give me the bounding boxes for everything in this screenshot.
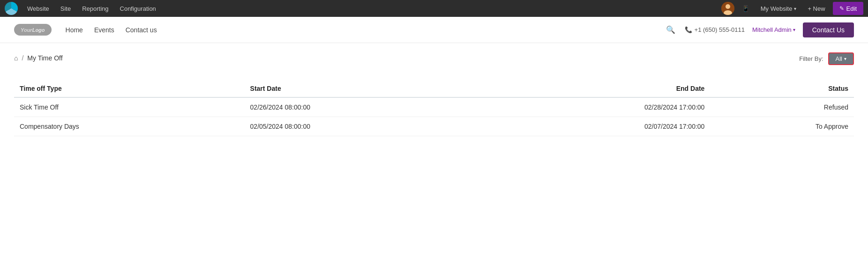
table-row: Compensatory Days 02/05/2024 08:00:00 02… [14, 117, 854, 136]
breadcrumb-separator: / [22, 54, 23, 62]
my-website-button[interactable]: My Website ▾ [757, 3, 801, 14]
row2-start: 02/05/2024 08:00:00 [245, 117, 478, 136]
top-nav: Website Site Reporting Configuration 📱 M… [0, 0, 868, 17]
home-icon[interactable]: ⌂ [14, 54, 18, 62]
contact-us-button[interactable]: Contact Us [803, 22, 854, 37]
mobile-icon: 📱 [742, 5, 749, 12]
row1-status: Refused [710, 97, 854, 117]
edit-button[interactable]: ✎ Edit [833, 2, 863, 15]
row1-start: 02/26/2024 08:00:00 [245, 97, 478, 117]
edit-label: Edit [846, 5, 857, 12]
col-end: End Date [478, 80, 711, 97]
breadcrumb: ⌂ / My Time Off [14, 54, 63, 62]
filter-chevron-icon: ▾ [844, 56, 846, 61]
col-start: Start Date [245, 80, 478, 97]
filter-all-button[interactable]: All ▾ [828, 52, 854, 65]
mobile-preview-button[interactable]: 📱 [738, 3, 753, 14]
phone-number: +1 (650) 555-0111 [695, 26, 745, 33]
row1-type: Sick Time Off [14, 97, 245, 117]
site-nav-home[interactable]: Home [66, 26, 83, 34]
site-nav-contact[interactable]: Contact us [126, 26, 157, 34]
filter-by-label: Filter By: [799, 55, 823, 62]
new-button[interactable]: + New [804, 3, 829, 14]
chevron-down-icon: ▾ [794, 6, 796, 11]
site-nav-events[interactable]: Events [94, 26, 114, 34]
top-nav-website[interactable]: Website [22, 3, 54, 14]
site-nav: YourLogo Home Events Contact us 🔍 📞 +1 (… [0, 17, 868, 43]
chevron-down-icon: ▾ [793, 27, 795, 32]
pencil-icon: ✎ [839, 5, 844, 12]
admin-menu-button[interactable]: Mitchell Admin ▾ [752, 26, 795, 33]
top-nav-reporting[interactable]: Reporting [77, 3, 113, 14]
top-nav-configuration[interactable]: Configuration [115, 3, 161, 14]
col-type: Time off Type [14, 80, 245, 97]
top-nav-site[interactable]: Site [56, 3, 75, 14]
site-logo: YourLogo [14, 24, 52, 36]
row2-type: Compensatory Days [14, 117, 245, 136]
avatar[interactable] [721, 2, 734, 15]
main-content: ⌂ / My Time Off Filter By: All ▾ Time of… [0, 43, 868, 146]
filter-value: All [836, 55, 842, 62]
site-nav-links: Home Events Contact us [66, 26, 157, 34]
phone-display: 📞 +1 (650) 555-0111 [685, 26, 745, 33]
table-row: Sick Time Off 02/26/2024 08:00:00 02/28/… [14, 97, 854, 117]
row2-status: To Approve [710, 117, 854, 136]
time-off-table: Time off Type Start Date End Date Status… [14, 80, 854, 136]
search-icon: 🔍 [666, 26, 675, 34]
logo-text: YourLogo [21, 27, 45, 33]
row1-end: 02/28/2024 17:00:00 [478, 97, 711, 117]
search-button[interactable]: 🔍 [664, 23, 677, 36]
odoo-logo-icon [5, 2, 18, 15]
breadcrumb-page: My Time Off [27, 54, 62, 62]
admin-label: Mitchell Admin [752, 26, 792, 33]
table-body: Sick Time Off 02/26/2024 08:00:00 02/28/… [14, 97, 854, 136]
row2-end: 02/07/2024 17:00:00 [478, 117, 711, 136]
phone-icon: 📞 [685, 26, 692, 33]
filter-row: Filter By: All ▾ [799, 52, 854, 65]
my-website-label: My Website [761, 5, 793, 12]
col-status: Status [710, 80, 854, 97]
table-header: Time off Type Start Date End Date Status [14, 80, 854, 97]
svg-point-1 [726, 4, 730, 9]
